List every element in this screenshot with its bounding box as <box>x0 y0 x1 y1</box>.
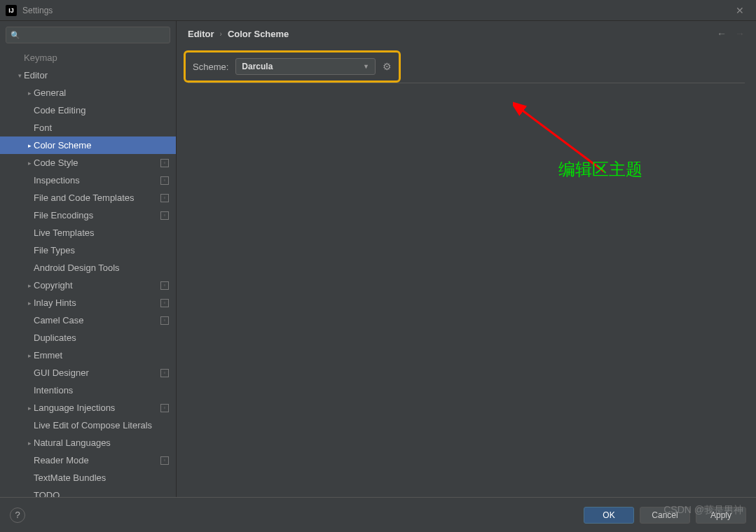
crumb-editor[interactable]: Editor <box>188 29 214 39</box>
tree-item-camel-case[interactable]: Camel Case▫ <box>0 312 176 329</box>
project-badge-icon: ▫ <box>160 456 169 465</box>
tree-item-live-edit-of-compose-literals[interactable]: Live Edit of Compose Literals <box>0 416 176 434</box>
ok-button[interactable]: OK <box>584 507 634 524</box>
tree-item-label: General <box>34 88 169 98</box>
chevron-down-icon: ▼ <box>363 63 369 70</box>
tree-item-textmate-bundles[interactable]: TextMate Bundles <box>0 469 176 486</box>
tree-item-emmet[interactable]: ▸Emmet <box>0 346 176 364</box>
tree-item-todo[interactable]: TODO <box>0 486 176 497</box>
scheme-label: Scheme: <box>193 62 228 72</box>
tree-item-gui-designer[interactable]: GUI Designer▫ <box>0 364 176 382</box>
back-arrow-icon[interactable]: ← <box>717 28 727 39</box>
tree-item-label: Language Injections <box>34 402 160 413</box>
tree-item-inspections[interactable]: Inspections▫ <box>0 172 176 189</box>
tree-item-natural-languages[interactable]: ▸Natural Languages <box>0 434 176 451</box>
tree-item-reader-mode[interactable]: Reader Mode▫ <box>0 451 176 469</box>
tree-item-label: Font <box>34 122 169 133</box>
project-badge-icon: ▫ <box>160 404 169 412</box>
tree-item-code-editing[interactable]: Code Editing <box>0 102 176 119</box>
tree-item-label: Code Editing <box>34 105 169 115</box>
tree-item-label: TODO <box>34 490 169 497</box>
apply-button[interactable]: Apply <box>696 507 746 524</box>
tree-item-font[interactable]: Font <box>0 119 176 136</box>
sidebar: 🔍 Keymap▾Editor▸GeneralCode EditingFont▸… <box>0 21 177 497</box>
chevron-down-icon: ▾ <box>15 72 24 79</box>
settings-tree[interactable]: Keymap▾Editor▸GeneralCode EditingFont▸Co… <box>0 49 176 497</box>
tree-item-label: TextMate Bundles <box>34 472 169 483</box>
app-icon: IJ <box>6 5 17 16</box>
tree-item-label: Camel Case <box>34 315 160 326</box>
tree-item-file-encodings[interactable]: File Encodings▫ <box>0 206 176 224</box>
tree-item-code-style[interactable]: ▸Code Style▫ <box>0 154 176 172</box>
tree-item-duplicates[interactable]: Duplicates <box>0 329 176 346</box>
tree-item-color-scheme[interactable]: ▸Color Scheme <box>0 136 176 154</box>
crumb-color-scheme: Color Scheme <box>228 29 289 39</box>
tree-item-file-types[interactable]: File Types <box>0 241 176 259</box>
project-badge-icon: ▫ <box>160 281 169 290</box>
gear-icon[interactable]: ⚙ <box>383 61 392 72</box>
tree-item-copyright[interactable]: ▸Copyright▫ <box>0 276 176 294</box>
close-icon[interactable]: ✕ <box>729 5 750 16</box>
main-panel: Editor › Color Scheme ← → Scheme: Darcul… <box>177 21 756 497</box>
scheme-value: Darcula <box>242 62 273 71</box>
chevron-right-icon: ▸ <box>25 440 34 447</box>
tree-item-general[interactable]: ▸General <box>0 84 176 102</box>
breadcrumb: Editor › Color Scheme ← → <box>177 21 756 46</box>
window-title: Settings <box>22 6 53 15</box>
tree-item-keymap[interactable]: Keymap <box>0 49 176 66</box>
search-input[interactable]: 🔍 <box>6 27 170 43</box>
divider <box>188 83 745 83</box>
project-badge-icon: ▫ <box>160 299 169 307</box>
tree-item-label: Copyright <box>34 280 160 290</box>
tree-item-label: Emmet <box>34 350 169 360</box>
tree-item-label: Duplicates <box>34 332 169 343</box>
tree-item-label: Android Design Tools <box>34 262 169 273</box>
chevron-right-icon: ▸ <box>25 352 34 359</box>
tree-item-label: File and Code Templates <box>34 192 160 203</box>
tree-item-label: Reader Mode <box>34 455 160 465</box>
project-badge-icon: ▫ <box>160 159 169 167</box>
tree-item-label: Code Style <box>34 158 160 168</box>
tree-item-live-templates[interactable]: Live Templates <box>0 224 176 241</box>
search-icon: 🔍 <box>11 31 20 40</box>
scheme-dropdown[interactable]: Darcula ▼ <box>235 58 376 75</box>
chevron-right-icon: ▸ <box>25 90 34 97</box>
tree-item-label: Intentions <box>34 385 169 396</box>
tree-item-label: Inspections <box>34 175 160 186</box>
project-badge-icon: ▫ <box>160 176 169 185</box>
tree-item-label: GUI Designer <box>34 368 160 378</box>
tree-item-inlay-hints[interactable]: ▸Inlay Hints▫ <box>0 294 176 312</box>
tree-item-label: Keymap <box>24 52 169 63</box>
tree-item-language-injections[interactable]: ▸Language Injections▫ <box>0 399 176 416</box>
chevron-right-icon: ▸ <box>25 142 34 149</box>
chevron-right-icon: › <box>220 30 222 38</box>
tree-item-label: Natural Languages <box>34 438 169 448</box>
forward-arrow-icon[interactable]: → <box>735 28 745 39</box>
project-badge-icon: ▫ <box>160 316 169 325</box>
tree-item-label: Editor <box>24 70 169 80</box>
tree-item-intentions[interactable]: Intentions <box>0 382 176 399</box>
tree-item-label: Inlay Hints <box>34 298 160 308</box>
project-badge-icon: ▫ <box>160 194 169 202</box>
footer: ? OK Cancel Apply <box>0 497 756 532</box>
chevron-right-icon: ▸ <box>25 300 34 307</box>
tree-item-android-design-tools[interactable]: Android Design Tools <box>0 259 176 276</box>
tree-item-editor[interactable]: ▾Editor <box>0 66 176 84</box>
tree-item-label: File Types <box>34 245 169 255</box>
chevron-right-icon: ▸ <box>25 405 34 412</box>
tree-item-label: Live Templates <box>34 227 169 238</box>
svg-line-0 <box>520 108 604 172</box>
help-button[interactable]: ? <box>10 507 25 523</box>
annotation-text: 编辑区主题 <box>558 158 642 181</box>
tree-item-file-and-code-templates[interactable]: File and Code Templates▫ <box>0 189 176 206</box>
tree-item-label: Color Scheme <box>34 140 169 150</box>
project-badge-icon: ▫ <box>160 211 169 220</box>
tree-item-label: Live Edit of Compose Literals <box>34 420 169 430</box>
titlebar: IJ Settings ✕ <box>0 0 756 21</box>
tree-item-label: File Encodings <box>34 210 160 220</box>
chevron-right-icon: ▸ <box>25 160 34 167</box>
project-badge-icon: ▫ <box>160 369 169 377</box>
chevron-right-icon: ▸ <box>25 282 34 289</box>
cancel-button[interactable]: Cancel <box>640 507 690 524</box>
scheme-highlight-box: Scheme: Darcula ▼ ⚙ <box>184 50 401 83</box>
